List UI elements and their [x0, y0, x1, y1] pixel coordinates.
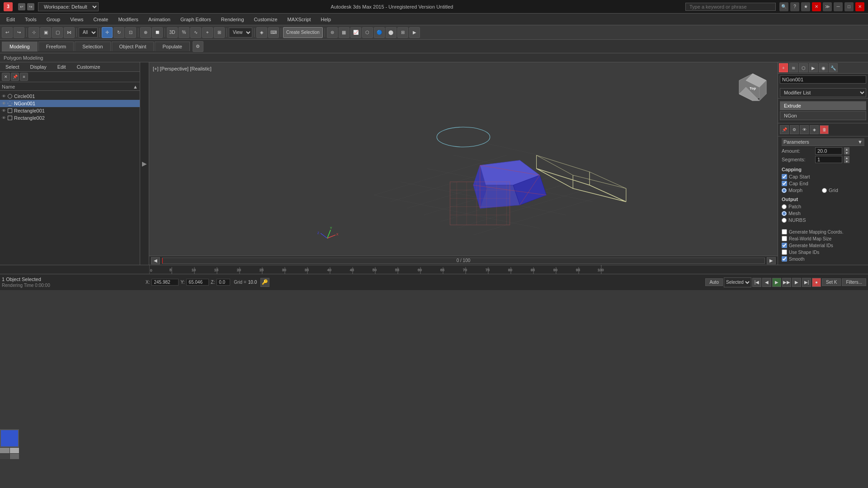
- morph-radio[interactable]: [782, 188, 787, 193]
- snap-to-vertex[interactable]: ⌖: [202, 27, 213, 38]
- select-rotate-btn[interactable]: ↻: [113, 27, 124, 38]
- expand-all-btn[interactable]: ▲: [133, 84, 138, 89]
- make-unique-icon[interactable]: ◈: [810, 125, 819, 134]
- keyboard-shortcut-btn[interactable]: ⌨: [268, 27, 279, 38]
- search-input[interactable]: [685, 3, 776, 11]
- menu-rendering[interactable]: Rendering: [217, 16, 249, 23]
- select-region-btn[interactable]: ▣: [40, 27, 51, 38]
- pin-stack-icon[interactable]: 📌: [780, 125, 789, 134]
- color-swatch-blue[interactable]: [0, 429, 19, 447]
- filters-btn[interactable]: Filters...: [842, 278, 866, 286]
- menu-modifiers[interactable]: Modifiers: [113, 16, 143, 23]
- visibility-icon-ngon[interactable]: 👁: [2, 101, 6, 106]
- segments-input[interactable]: [815, 156, 842, 163]
- color-swatch-grid[interactable]: [0, 448, 19, 459]
- undo-button[interactable]: ↩: [2, 27, 13, 38]
- more-icon-btn[interactable]: ≫: [823, 2, 832, 11]
- set-key-btn[interactable]: ●: [812, 278, 821, 287]
- mirror-btn[interactable]: ⊞: [214, 27, 225, 38]
- key-mode-dropdown[interactable]: Selected: [724, 277, 751, 287]
- tab-display[interactable]: Display: [25, 62, 52, 71]
- help-icon-btn[interactable]: ?: [790, 2, 799, 11]
- grid-radio[interactable]: [822, 188, 827, 193]
- viewport[interactable]: [+] [Perspective] [Realistic]: [149, 62, 778, 265]
- menu-group[interactable]: Group: [42, 16, 65, 23]
- left-collapse-arrow[interactable]: ▶: [140, 62, 149, 265]
- mesh-radio[interactable]: [782, 211, 787, 216]
- use-shape-checkbox[interactable]: [782, 249, 787, 255]
- snaps-toggle[interactable]: %: [179, 27, 189, 38]
- rotate-3d-btn[interactable]: 3D: [167, 27, 178, 38]
- nurbs-radio[interactable]: [782, 218, 787, 223]
- gen-map-checkbox[interactable]: [782, 229, 787, 235]
- select-move-btn[interactable]: ✛: [102, 27, 113, 38]
- tab-customize[interactable]: Customize: [71, 62, 106, 71]
- select-object-btn[interactable]: ⊹: [28, 27, 39, 38]
- motion-icon-btn[interactable]: ▶: [809, 63, 818, 72]
- display-icon-btn[interactable]: ◉: [819, 63, 828, 72]
- tab-edit[interactable]: Edit: [52, 62, 71, 71]
- snap-btn[interactable]: 🔲: [152, 27, 163, 38]
- visibility-icon-rect2[interactable]: 👁: [2, 116, 6, 120]
- search-icon-btn[interactable]: 🔍: [779, 2, 788, 11]
- go-end-btn[interactable]: ▶|: [802, 278, 811, 287]
- cap-end-checkbox[interactable]: [782, 181, 787, 186]
- render-btn[interactable]: ▶: [409, 27, 420, 38]
- play-fwd-btn[interactable]: ▶▶: [782, 278, 791, 287]
- named-selection-btn[interactable]: ◈: [256, 27, 267, 38]
- select-scale-btn[interactable]: ⊡: [125, 27, 136, 38]
- filter-dropdown[interactable]: All: [79, 28, 98, 38]
- menu-graph-editors[interactable]: Graph Editors: [176, 16, 216, 23]
- play-btn[interactable]: ▶: [772, 278, 781, 287]
- go-start-btn[interactable]: |◀: [752, 278, 761, 287]
- tab-freeform[interactable]: Freeform: [38, 42, 74, 51]
- tree-item-ngon001[interactable]: 👁 NGon001: [0, 100, 140, 107]
- window-close-icon-btn[interactable]: ✕: [855, 2, 864, 11]
- maximize-icon-btn[interactable]: □: [844, 2, 854, 11]
- star-icon-btn[interactable]: ★: [801, 2, 810, 11]
- prev-frame-btn[interactable]: ◀: [762, 278, 771, 287]
- patch-radio[interactable]: [782, 204, 787, 209]
- options-btn[interactable]: ≡: [20, 73, 28, 81]
- visibility-icon-rect1[interactable]: 👁: [2, 108, 6, 113]
- view-dropdown[interactable]: View: [229, 28, 252, 38]
- menu-tools[interactable]: Tools: [20, 16, 41, 23]
- material-editor-btn[interactable]: 🔵: [374, 27, 385, 38]
- show-end-result-icon[interactable]: 👁: [800, 125, 809, 134]
- create-selection-btn[interactable]: Create Selection: [283, 27, 323, 38]
- modify-icon-btn[interactable]: ≋: [789, 63, 798, 72]
- segments-up-btn[interactable]: ▲: [844, 156, 849, 160]
- smooth-checkbox[interactable]: [782, 256, 787, 262]
- minimize-icon-btn[interactable]: ─: [834, 2, 843, 11]
- segments-down-btn[interactable]: ▼: [844, 160, 849, 163]
- auto-key-btn[interactable]: Auto: [705, 278, 723, 286]
- menu-create[interactable]: Create: [89, 16, 113, 23]
- menu-help[interactable]: Help: [316, 16, 336, 23]
- gen-material-checkbox[interactable]: [782, 243, 787, 248]
- render-setup-btn[interactable]: ⬤: [386, 27, 396, 38]
- redo-button[interactable]: ↪: [14, 27, 24, 38]
- tab-selection[interactable]: Selection: [75, 42, 110, 51]
- object-name-field[interactable]: [780, 75, 866, 84]
- redo-btn[interactable]: ↪: [27, 3, 34, 10]
- menu-views[interactable]: Views: [66, 16, 88, 23]
- undo-btn[interactable]: ↩: [18, 3, 25, 10]
- close-btn[interactable]: ✕: [2, 73, 10, 81]
- parameters-title[interactable]: Parameters ▼: [782, 138, 864, 146]
- amount-up-btn[interactable]: ▲: [844, 147, 849, 151]
- pin-btn[interactable]: 📌: [11, 73, 19, 81]
- pivot-btn[interactable]: ⊕: [140, 27, 151, 38]
- percent-snap[interactable]: ∿: [190, 27, 201, 38]
- menu-animation[interactable]: Animation: [144, 16, 175, 23]
- close-icon-btn[interactable]: ✕: [812, 2, 821, 11]
- tree-item-rect002[interactable]: 👁 Rectangle002: [0, 114, 140, 122]
- layer-btn[interactable]: ▦: [339, 27, 349, 38]
- create-icon-btn[interactable]: +: [779, 63, 788, 72]
- schematic-btn[interactable]: ⬡: [362, 27, 373, 38]
- timeline-bar[interactable]: 0 / 100: [162, 258, 765, 264]
- configure-modifiers-icon[interactable]: ⚙: [790, 125, 799, 134]
- workspace-dropdown[interactable]: Workspace: Default: [38, 2, 99, 11]
- visibility-icon[interactable]: 👁: [2, 94, 6, 99]
- remove-modifier-icon[interactable]: 🗑: [820, 125, 829, 134]
- window-crossing-btn[interactable]: ⋈: [64, 27, 75, 38]
